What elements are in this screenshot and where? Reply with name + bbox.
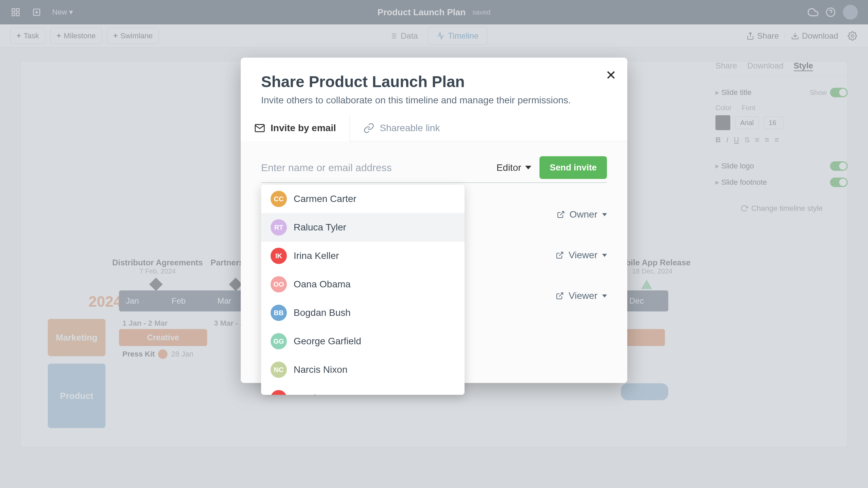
person-option[interactable]: RTRaluca Tyler: [261, 213, 465, 242]
avatar: RT: [271, 219, 287, 236]
share-role-viewer[interactable]: Viewer: [556, 250, 607, 261]
person-option[interactable]: BBBogdan Bush: [261, 299, 465, 327]
person-option[interactable]: NCNarcis Nixon: [261, 355, 465, 384]
avatar: OO: [271, 276, 287, 292]
person-option[interactable]: IKIrina Keller: [261, 242, 465, 270]
person-option[interactable]: BSBogdan Stone: [261, 384, 465, 395]
modal-subtitle: Invite others to collaborate on this tim…: [261, 95, 607, 106]
external-link-icon: [556, 251, 564, 259]
svg-line-19: [560, 211, 564, 215]
avatar: BB: [271, 305, 287, 321]
people-dropdown: CCCarmen Carter RTRaluca Tyler IKIrina K…: [261, 185, 465, 395]
external-link-icon: [557, 210, 565, 219]
share-role-viewer[interactable]: Viewer: [556, 290, 607, 301]
person-option[interactable]: CCCarmen Carter: [261, 185, 465, 213]
chevron-down-icon: [525, 166, 531, 169]
close-icon[interactable]: ✕: [606, 68, 616, 83]
modal-title: Share Product Launch Plan: [261, 73, 607, 91]
avatar: IK: [271, 248, 287, 264]
modal-overlay[interactable]: Share Product Launch Plan Invite others …: [0, 0, 868, 488]
send-invite-button[interactable]: Send invite: [539, 156, 607, 179]
svg-line-20: [559, 252, 563, 256]
tab-invite-email[interactable]: Invite by email: [241, 115, 350, 141]
svg-line-21: [559, 293, 563, 297]
person-option[interactable]: GGGeorge Garfield: [261, 327, 465, 355]
share-role-owner[interactable]: Owner: [557, 209, 607, 220]
external-link-icon: [556, 292, 564, 300]
tab-shareable-link[interactable]: Shareable link: [350, 115, 453, 141]
role-select[interactable]: Editor: [496, 162, 531, 173]
avatar: BS: [271, 390, 287, 395]
share-modal: Share Product Launch Plan Invite others …: [241, 58, 627, 383]
person-option[interactable]: OOOana Obama: [261, 270, 465, 299]
avatar: NC: [271, 362, 287, 378]
email-input[interactable]: [261, 159, 488, 176]
avatar: GG: [271, 333, 287, 349]
avatar: CC: [271, 191, 287, 207]
